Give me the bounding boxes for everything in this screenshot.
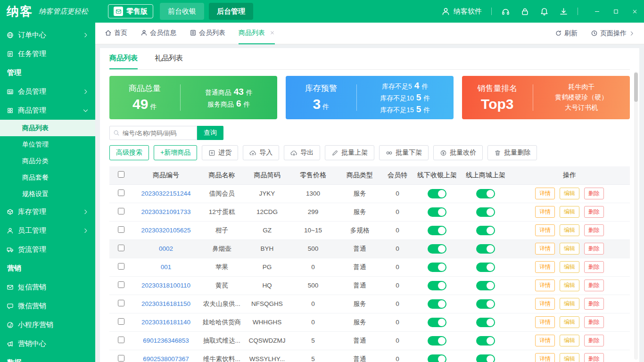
maximize-button[interactable]	[606, 0, 625, 23]
offline-shelf-toggle[interactable]	[428, 318, 446, 327]
online-shelf-toggle[interactable]	[476, 207, 495, 217]
delete-button[interactable]: 删除	[584, 316, 604, 328]
online-shelf-toggle[interactable]	[476, 318, 495, 327]
sidebar-item-inventory-management[interactable]: 库存管理	[0, 202, 95, 221]
offline-shelf-toggle[interactable]	[428, 299, 446, 309]
product-code-link[interactable]: 6901236346853	[143, 337, 189, 344]
sidebar-item-task-management[interactable]: 任务管理	[0, 44, 95, 63]
sidebar-item-sms-marketing[interactable]: 短信营销	[0, 278, 95, 296]
scrollbar-thumb[interactable]	[634, 73, 638, 102]
online-shelf-toggle[interactable]	[476, 299, 495, 309]
delete-button[interactable]: 删除	[584, 353, 604, 362]
online-shelf-toggle[interactable]	[476, 354, 495, 362]
offline-shelf-toggle[interactable]	[428, 354, 446, 362]
nav-back-office[interactable]: 后台管理	[209, 3, 253, 20]
online-shelf-toggle[interactable]	[476, 281, 495, 290]
edit-button[interactable]: 编辑	[560, 206, 579, 218]
delete-button[interactable]: 删除	[584, 243, 604, 255]
row-checkbox[interactable]	[118, 318, 124, 325]
offline-shelf-toggle[interactable]	[428, 244, 446, 254]
edit-button[interactable]: 编辑	[560, 224, 579, 236]
detail-button[interactable]: 详情	[535, 280, 555, 291]
close-button[interactable]	[625, 0, 644, 23]
delete-button[interactable]: 删除	[584, 298, 604, 310]
page-tab-product-list[interactable]: 商品列表	[239, 23, 275, 44]
sidebar-item-marketing-center[interactable]: 营销中心	[0, 334, 95, 353]
offline-shelf-toggle[interactable]	[428, 207, 446, 217]
sidebar-item-product-management[interactable]: 商品管理	[0, 101, 95, 120]
product-code-link[interactable]: 6902538007367	[143, 355, 189, 362]
row-checkbox[interactable]	[118, 189, 124, 196]
close-tab-icon[interactable]	[270, 30, 275, 35]
delete-button[interactable]: 删除	[584, 188, 604, 199]
edit-button[interactable]: 编辑	[560, 243, 579, 255]
detail-button[interactable]: 详情	[535, 335, 555, 346]
sidebar-item-product-bundle[interactable]: 商品套餐	[0, 169, 95, 186]
sidebar-item-order-center[interactable]: 订单中心	[0, 25, 95, 44]
row-checkbox[interactable]	[118, 226, 124, 233]
offline-shelf-toggle[interactable]	[428, 189, 446, 198]
batch-price-button[interactable]: 批量改价	[433, 145, 483, 160]
headset-icon[interactable]	[501, 7, 510, 16]
product-code-link[interactable]: 001	[161, 263, 172, 271]
offline-shelf-toggle[interactable]	[428, 226, 446, 235]
sidebar-item-miniprogram-marketing[interactable]: 小程序营销	[0, 315, 95, 334]
sidebar-item-member-management[interactable]: 会员管理	[0, 82, 95, 101]
sidebar-item-staff-management[interactable]: 员工管理	[0, 221, 95, 240]
search-input[interactable]	[109, 126, 197, 140]
edit-button[interactable]: 编辑	[560, 261, 579, 273]
sidebar-item-logistics-management[interactable]: 货流管理	[0, 240, 95, 259]
online-shelf-toggle[interactable]	[476, 244, 495, 254]
row-checkbox[interactable]	[118, 300, 124, 306]
detail-button[interactable]: 详情	[535, 188, 555, 199]
export-button[interactable]: 导出	[284, 145, 320, 160]
detail-button[interactable]: 详情	[535, 243, 555, 255]
edit-button[interactable]: 编辑	[560, 353, 579, 362]
product-code-link[interactable]: 20230322151244	[141, 190, 190, 197]
offline-shelf-toggle[interactable]	[428, 281, 446, 290]
edit-button[interactable]: 编辑	[560, 298, 579, 310]
search-button[interactable]: 查询	[197, 126, 223, 140]
lock-icon[interactable]	[520, 7, 529, 16]
product-code-link[interactable]: 20230318100110	[141, 282, 190, 289]
page-tab-member-info[interactable]: 会员信息	[140, 23, 176, 44]
edit-button[interactable]: 编辑	[560, 335, 579, 346]
page-tab-member-list[interactable]: 会员列表	[190, 23, 225, 44]
refresh-button[interactable]: 刷新	[555, 29, 578, 38]
edit-button[interactable]: 编辑	[560, 280, 579, 291]
edit-button[interactable]: 编辑	[560, 188, 579, 199]
import-button[interactable]: 导入	[243, 145, 279, 160]
delete-button[interactable]: 删除	[584, 206, 604, 218]
offline-shelf-toggle[interactable]	[428, 336, 446, 346]
row-checkbox[interactable]	[118, 337, 124, 343]
sidebar-item-product-list[interactable]: 商品列表	[0, 120, 95, 136]
row-checkbox[interactable]	[118, 245, 124, 251]
tab-gift-list[interactable]: 礼品列表	[155, 48, 183, 69]
sidebar-item-spec-settings[interactable]: 规格设置	[0, 186, 95, 202]
sidebar-item-unit-management[interactable]: 单位管理	[0, 136, 95, 153]
online-shelf-toggle[interactable]	[476, 336, 495, 346]
select-all-checkbox[interactable]	[118, 171, 124, 178]
sidebar-item-product-category[interactable]: 商品分类	[0, 153, 95, 169]
batch-delete-button[interactable]: 批量删除	[487, 145, 537, 160]
detail-button[interactable]: 详情	[535, 261, 555, 273]
row-checkbox[interactable]	[118, 355, 124, 362]
online-shelf-toggle[interactable]	[476, 189, 495, 198]
product-code-link[interactable]: 20230321091733	[141, 208, 190, 215]
product-code-link[interactable]: 20230316181150	[141, 300, 190, 307]
product-code-link[interactable]: 20230316181140	[141, 319, 190, 326]
account-menu[interactable]: 纳客软件	[441, 7, 482, 16]
product-code-link[interactable]: 20230320105625	[141, 227, 190, 234]
detail-button[interactable]: 详情	[535, 316, 555, 328]
detail-button[interactable]: 详情	[535, 206, 555, 218]
batch-onshelf-button[interactable]: 批量上架	[325, 145, 374, 160]
detail-button[interactable]: 详情	[535, 298, 555, 310]
batch-offshelf-button[interactable]: 批量下架	[379, 145, 429, 160]
online-shelf-toggle[interactable]	[476, 263, 495, 272]
product-code-link[interactable]: 0002	[159, 245, 173, 252]
detail-button[interactable]: 详情	[535, 224, 555, 236]
row-checkbox[interactable]	[118, 208, 124, 214]
edition-badge[interactable]: 零售版	[108, 4, 153, 18]
offline-shelf-toggle[interactable]	[428, 263, 446, 272]
add-product-button[interactable]: +新增商品	[154, 145, 197, 160]
